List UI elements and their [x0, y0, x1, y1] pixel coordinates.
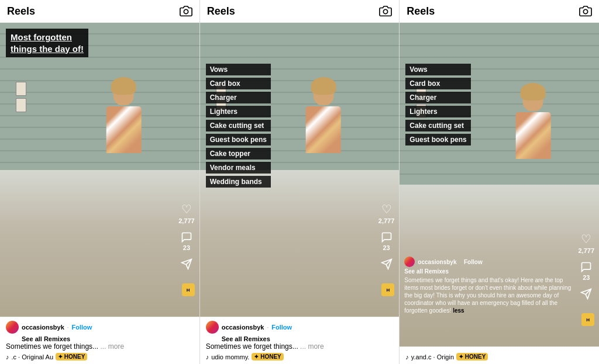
comment-count-2: 23 [383, 244, 390, 251]
avatar-2 [206, 321, 219, 334]
panel-1-header: Reels [0, 0, 199, 23]
panel-1-video: Most forgotten things the day of! ♡ 2,77… [0, 23, 199, 317]
more-link-1[interactable]: ... more [100, 342, 124, 351]
share-action-2[interactable] [381, 258, 393, 270]
share-icon-1 [181, 258, 192, 270]
camera-icon-2[interactable] [379, 5, 392, 18]
more-link-2[interactable]: ... more [300, 342, 324, 351]
comment-icon-2 [381, 231, 393, 243]
svg-point-0 [184, 9, 188, 13]
username-1[interactable]: occasionsbyk [22, 324, 64, 331]
list-item: Vendor meals [206, 162, 271, 174]
username-2[interactable]: occasionsbyk [222, 324, 264, 331]
person-2 [264, 82, 383, 317]
panel-2-title: Reels [207, 5, 235, 18]
like-icon-2: ♡ [381, 202, 392, 216]
list-item: Cake cutting set [206, 120, 271, 131]
panel-1-title: Reels [7, 5, 35, 18]
description-text-3: Sometimes we forget things and that's ok… [404, 276, 576, 314]
honey-logo-3: H [581, 313, 594, 326]
comment-action-3[interactable]: 23 [580, 261, 592, 281]
art-frame-1 [16, 82, 26, 96]
honey-logo-1: H [182, 283, 195, 296]
like-count-2: 2,777 [378, 217, 395, 224]
share-action-1[interactable] [181, 258, 192, 270]
comment-count-3: 23 [583, 274, 590, 281]
person-1 [64, 82, 183, 317]
list-item: Guest book pens [405, 134, 470, 145]
see-all-remixes-2[interactable]: See all Remixes [206, 335, 394, 342]
person-head-1 [113, 82, 134, 105]
camera-icon-3[interactable] [579, 5, 592, 18]
panel-2: Reels VowsCard boxChargerLightersCake cu [200, 0, 400, 364]
video-see-all-3[interactable]: See all Remixes [404, 268, 576, 275]
person-hair-3 [521, 83, 546, 100]
list-item: Lighters [206, 106, 271, 117]
panel-3-video: VowsCard boxChargerLightersCake cutting … [400, 23, 599, 346]
person-torso-1 [106, 106, 141, 153]
honey-logo-2: H [381, 283, 394, 296]
like-action-1[interactable]: ♡ 2,777 [178, 202, 195, 224]
user-row-2: occasionsbyk · Follow [206, 321, 394, 334]
panel-2-footer: occasionsbyk · Follow See all Remixes So… [200, 317, 400, 364]
like-count-1: 2,777 [178, 217, 195, 224]
panel-1-footer: occasionsbyk · Follow See all Remixes So… [0, 317, 199, 364]
video-username-3[interactable]: occasionsbyk [418, 259, 456, 265]
video-follow-3[interactable]: Follow [464, 259, 483, 265]
comment-count-1: 23 [183, 244, 190, 251]
caption-2: Sometimes we forget things... ... more [206, 342, 394, 351]
person-torso-2 [306, 106, 341, 153]
person-head-3 [523, 88, 543, 111]
list-item: Charger [206, 92, 271, 103]
like-action-3[interactable]: ♡ 2,777 [578, 232, 594, 254]
like-action-2[interactable]: ♡ 2,777 [378, 202, 395, 224]
panel-1-title-overlay: Most forgotten things the day of! [6, 29, 194, 57]
list-item: Lighters [405, 106, 470, 117]
audio-text-1: .c · Original Au [12, 353, 54, 360]
panel-3-title: Reels [407, 5, 435, 18]
list-item: Charger [405, 92, 470, 103]
panel-2-header: Reels [200, 0, 400, 23]
panel-3-actions: ♡ 2,777 23 [578, 232, 594, 300]
video-user-overlay-3: occasionsbyk · Follow See all Remixes So… [404, 256, 576, 314]
video-user-row-3: occasionsbyk · Follow [404, 256, 576, 267]
follow-btn-2[interactable]: Follow [271, 324, 292, 331]
list-item: Card box [405, 78, 470, 89]
list-item: Cake cutting set [405, 120, 470, 131]
follow-btn-1[interactable]: Follow [72, 324, 92, 331]
audio-row-2: ♪ udio mommy. ✦ HONEY [206, 353, 394, 360]
overlay-title-1: Most forgotten things the day of! [6, 29, 88, 57]
see-all-remixes-1[interactable]: See all Remixes [6, 335, 194, 342]
art-frame-2 [16, 98, 26, 112]
panel-2-video: VowsCard boxChargerLightersCake cutting … [200, 23, 400, 317]
share-action-3[interactable] [580, 288, 592, 300]
svg-point-6 [583, 9, 587, 13]
list-item: Card box [206, 78, 271, 89]
comment-action-1[interactable]: 23 [181, 231, 192, 251]
audio-row-3: ♪ y.and.c · Origin ✦ HONEY [405, 351, 593, 360]
panel-3-header: Reels [400, 0, 599, 23]
person-hair-1 [111, 77, 136, 95]
honey-badge-2: ✦ HONEY [252, 353, 283, 360]
music-icon-2: ♪ [206, 353, 209, 360]
panel-2-actions: ♡ 2,777 23 [378, 202, 395, 270]
less-link-3[interactable]: less [453, 307, 464, 314]
user-row-1: occasionsbyk · Follow [6, 321, 194, 334]
avatar-1 [6, 321, 19, 334]
camera-icon-1[interactable] [180, 5, 192, 18]
comment-icon-3 [580, 261, 592, 273]
list-item: Guest book pens [206, 134, 271, 145]
share-icon-2 [381, 258, 393, 270]
like-count-3: 2,777 [578, 247, 594, 254]
comment-action-2[interactable]: 23 [381, 231, 393, 251]
panel-3-list-overlay: VowsCard boxChargerLightersCake cutting … [405, 64, 470, 145]
honey-badge-1: ✦ HONEY [56, 353, 87, 360]
video-avatar-3 [404, 256, 415, 267]
list-item: Cake topper [206, 148, 271, 160]
caption-1: Sometimes we forget things... ... more [6, 342, 194, 351]
panel-1-actions: ♡ 2,777 23 [178, 202, 195, 270]
list-item: Vows [405, 64, 470, 75]
panels-container: Reels Most fo [0, 0, 599, 364]
like-icon-3: ♡ [581, 232, 591, 246]
like-icon-1: ♡ [181, 202, 192, 216]
